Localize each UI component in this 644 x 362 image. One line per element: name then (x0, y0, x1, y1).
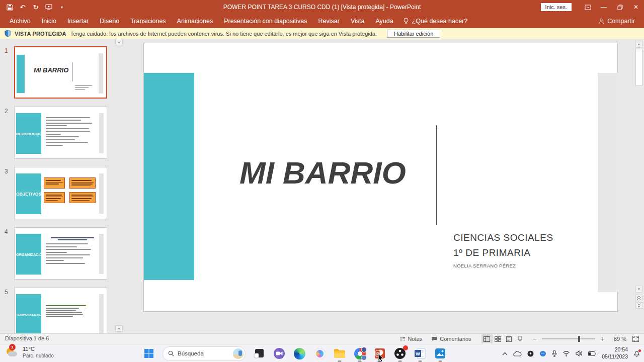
save-icon[interactable] (6, 4, 13, 11)
comments-button[interactable]: Comentarios (431, 336, 471, 342)
mouse-cursor (378, 353, 384, 361)
slide-thumbnail-2[interactable]: INTRODUCCIÓN (14, 107, 107, 159)
thumb-body-text (46, 236, 99, 265)
thumb-section-label: ORGANIZACIÓN (16, 252, 41, 256)
slide-thumbnail-4[interactable]: ORGANIZACIÓN (14, 227, 107, 280)
slide-thumbnail-1[interactable]: MI BARRIO (14, 46, 107, 99)
zoom-slider-thumb[interactable] (578, 336, 580, 342)
ribbon-tabs: ArchivoInicioInsertarDiseñoTransicionesA… (0, 14, 399, 28)
file-explorer-icon[interactable] (333, 347, 346, 360)
start-button[interactable] (142, 347, 155, 360)
zoom-out-icon[interactable]: − (533, 335, 537, 343)
battery-icon[interactable] (588, 351, 596, 356)
minimize-icon[interactable]: — (596, 0, 612, 14)
previous-slide-button[interactable] (635, 295, 642, 301)
thumb-gray-bar (99, 234, 104, 274)
ribbon-tab-ayuda[interactable]: Ayuda (370, 14, 399, 28)
ribbon-tab-presentación-con-diapositivas[interactable]: Presentación con diapositivas (218, 14, 312, 28)
notification-bell-icon[interactable] (633, 350, 640, 357)
redo-icon[interactable]: ↻ (32, 4, 39, 11)
thumbnails-scroll-down-icon[interactable]: ▼ (115, 325, 123, 332)
photos-icon[interactable] (434, 347, 447, 360)
blue-app-icon[interactable] (539, 350, 546, 357)
title-bar: ↶ ↻ ▾ POWER POINT TAREA 3 CURSO CDD (1) … (0, 0, 644, 14)
share-button[interactable]: Compartir (598, 18, 635, 25)
ribbon-display-options-icon[interactable] (580, 0, 596, 14)
word-icon[interactable]: W (414, 347, 427, 360)
thumbnails-scroll-up-icon[interactable]: ▲ (115, 39, 123, 45)
thumb-teal-block: TEMPORALIZACIÓN (16, 294, 41, 333)
ribbon-tab-transiciones[interactable]: Transiciones (125, 14, 171, 28)
ribbon-tab-diseño[interactable]: Diseño (94, 14, 125, 28)
notes-button[interactable]: Notas (400, 336, 423, 342)
normal-view-icon[interactable] (481, 334, 493, 343)
onedrive-icon[interactable] (513, 351, 522, 356)
video-chat-icon[interactable] (273, 347, 286, 360)
ribbon-tab-insertar[interactable]: Insertar (62, 14, 94, 28)
copilot-icon[interactable] (313, 347, 326, 360)
taskbar-clock[interactable]: 20:54 05/11/2023 (602, 346, 628, 360)
chrome-people-icon[interactable] (353, 347, 366, 360)
close-icon[interactable]: ✕ (628, 0, 644, 14)
slide-canvas[interactable]: MI BARRIO CIENCIAS SOCIALES 1º DE PRIMAR… (143, 43, 618, 312)
microphone-icon[interactable] (552, 350, 557, 357)
orange-box (44, 177, 65, 189)
thumb-section-label: TEMPORALIZACIÓN (16, 313, 41, 316)
powerpoint-window: ↶ ↻ ▾ POWER POINT TAREA 3 CURSO CDD (1) … (0, 0, 644, 362)
canvas-scroll-down-icon[interactable]: ▼ (635, 286, 642, 293)
svg-text:W: W (416, 351, 420, 356)
slide-number-5: 5 (5, 289, 8, 296)
volume-icon[interactable] (576, 350, 583, 356)
ribbon-tab-animaciones[interactable]: Animaciones (172, 14, 219, 28)
tell-me-box[interactable]: ¿Qué desea hacer? (403, 18, 468, 25)
thumb-slide-title: MI BARRIO (34, 66, 68, 74)
powerpoint-icon[interactable]: P (373, 347, 386, 360)
zoom-in-icon[interactable]: + (600, 335, 604, 343)
obs-icon[interactable] (393, 347, 407, 360)
customize-quick-access-icon[interactable]: ▾ (58, 4, 65, 11)
enable-editing-button[interactable]: Habilitar edición (387, 30, 440, 38)
task-view-icon[interactable] (253, 347, 266, 360)
canvas-scroll-up-icon[interactable]: ▲ (635, 41, 642, 48)
reading-view-icon[interactable] (504, 334, 515, 343)
weather-widget[interactable]: 1 11°C Parc. nublado (5, 345, 54, 359)
slide-thumbnail-5[interactable]: TEMPORALIZACIÓN (14, 288, 107, 333)
thumb-body-text (46, 115, 99, 147)
slide-thumbnail-3[interactable]: OBJETIVOS (14, 167, 107, 219)
window-title: POWER POINT TAREA 3 CURSO CDD (1) [Vista… (223, 4, 421, 11)
view-switcher (481, 334, 526, 343)
canvas-scrollbar-thumb[interactable] (635, 49, 642, 86)
tell-me-label: ¿Qué desea hacer? (412, 18, 468, 25)
tray-chevron-icon[interactable] (502, 352, 508, 355)
edge-icon[interactable] (293, 347, 306, 360)
slide-indicator[interactable]: Diapositiva 1 de 6 (5, 335, 49, 341)
zoom-slider[interactable] (542, 338, 595, 339)
search-daily-image[interactable] (233, 348, 244, 359)
ribbon-tab-revisar[interactable]: Revisar (313, 14, 345, 28)
zoom-level[interactable]: 89 % (609, 336, 626, 342)
thumb-objective-boxes (44, 177, 96, 203)
undo-icon[interactable]: ↶ (19, 4, 26, 11)
shield-icon (5, 30, 11, 37)
restore-icon[interactable] (612, 0, 628, 14)
thumb-body-text (46, 303, 99, 318)
next-slide-button[interactable] (635, 302, 642, 309)
search-input[interactable]: Búsqueda (163, 346, 246, 361)
fit-slide-to-window-icon[interactable] (632, 336, 639, 342)
ribbon-tab-inicio[interactable]: Inicio (36, 14, 62, 28)
window-controls: Inic. ses. — ✕ (541, 0, 644, 14)
sign-in-button[interactable]: Inic. ses. (541, 3, 572, 11)
slide-number-1: 1 (5, 47, 8, 54)
slide-thumbnail-panel: ▲ ▼ 1 MI BARRIO 2 INTRODUCCIÓN3 OBJETIVO… (0, 39, 124, 333)
ribbon-tab-vista[interactable]: Vista (345, 14, 370, 28)
wifi-icon[interactable] (562, 351, 570, 356)
ribbon-tab-archivo[interactable]: Archivo (4, 14, 36, 28)
start-slideshow-icon[interactable] (45, 4, 52, 11)
slide-number-2: 2 (5, 108, 8, 115)
ball-icon[interactable] (527, 350, 534, 357)
thumb-divider-line (72, 62, 72, 81)
slideshow-icon[interactable] (515, 334, 526, 343)
slide-sorter-icon[interactable] (493, 334, 504, 343)
thumb-section-label: INTRODUCCIÓN (16, 132, 41, 135)
quick-access-toolbar: ↶ ↻ ▾ (0, 4, 65, 11)
